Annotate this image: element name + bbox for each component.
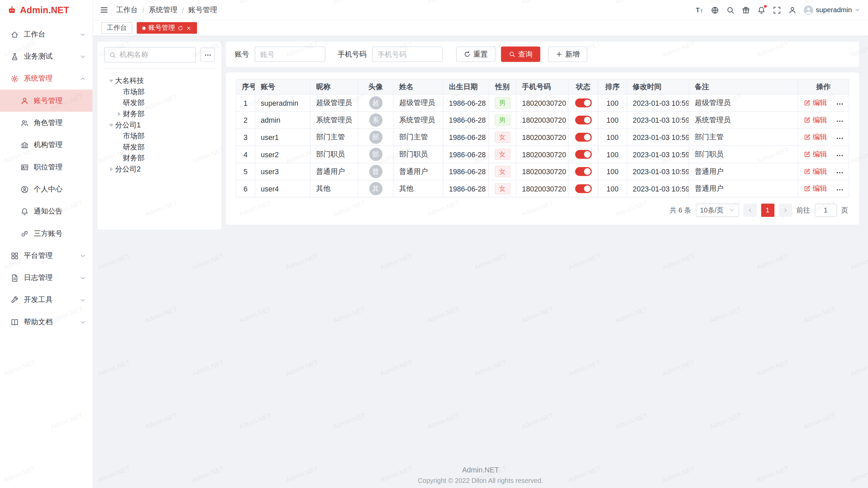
menu-toggle-icon[interactable]: [100, 5, 108, 14]
cell-sort: 100: [598, 111, 627, 129]
page-size-select[interactable]: 10条/页: [695, 204, 738, 217]
tree-node[interactable]: 大名科技: [104, 75, 215, 86]
user-menu[interactable]: superadmin: [804, 5, 860, 15]
tree-node[interactable]: 研发部: [104, 97, 215, 108]
sidebar-item-account[interactable]: 账号管理: [0, 89, 93, 111]
tree-node[interactable]: 财务部: [104, 153, 215, 164]
cell-modified-time: 2023-01-03 10:59:44: [627, 146, 689, 163]
edit-button[interactable]: 编辑: [804, 132, 827, 142]
sidebar: Admin.NET 工作台 业务测试 系统管理 账号管理 角色管理 机构管理 职…: [0, 0, 93, 488]
tree-node[interactable]: 研发部: [104, 142, 215, 153]
caret-icon[interactable]: [115, 155, 123, 162]
refresh-icon[interactable]: [178, 25, 183, 30]
sidebar-item-docs[interactable]: 帮助文档: [0, 311, 93, 333]
sidebar-item-role[interactable]: 角色管理: [0, 112, 93, 134]
current-page-button[interactable]: 1: [761, 204, 774, 217]
status-toggle[interactable]: [575, 167, 592, 176]
sidebar-item-business-test[interactable]: 业务测试: [0, 45, 93, 67]
fullscreen-icon[interactable]: [773, 6, 781, 14]
notification-icon[interactable]: [757, 6, 765, 14]
sidebar-item-workbench[interactable]: 工作台: [0, 23, 93, 45]
sidebar-item-profile[interactable]: 个人中心: [0, 178, 93, 200]
account-input[interactable]: [255, 46, 326, 62]
next-page-button[interactable]: [778, 204, 792, 217]
sidebar-item-notice[interactable]: 通知公告: [0, 200, 93, 222]
row-more-button[interactable]: [836, 118, 844, 125]
caret-icon[interactable]: [115, 99, 123, 107]
row-more-button[interactable]: [836, 152, 844, 160]
tree-node[interactable]: 分公司1: [104, 120, 215, 131]
profile-icon[interactable]: [788, 6, 796, 14]
edit-icon: [804, 168, 811, 175]
sidebar-item-position[interactable]: 职位管理: [0, 156, 93, 178]
status-toggle[interactable]: [575, 184, 592, 193]
tree-node[interactable]: 市场部: [104, 130, 215, 142]
language-icon[interactable]: [711, 6, 719, 14]
page-footer: Admin.NET Copyright © 2022 Dilon All rig…: [93, 466, 868, 485]
breadcrumb-item[interactable]: 工作台: [116, 5, 138, 15]
caret-icon[interactable]: [115, 143, 123, 151]
edit-button[interactable]: 编辑: [804, 98, 827, 108]
cell-actions: 编辑: [798, 129, 849, 146]
search-icon[interactable]: [726, 6, 734, 14]
col-header-remark: 备注: [689, 79, 798, 94]
sidebar-item-system[interactable]: 系统管理: [0, 67, 93, 89]
goto-page-input[interactable]: [814, 204, 836, 217]
caret-icon[interactable]: [107, 121, 115, 129]
edit-button[interactable]: 编辑: [804, 149, 827, 159]
bell-icon: [20, 207, 28, 215]
font-size-icon[interactable]: TT: [695, 6, 703, 14]
row-more-button[interactable]: [836, 186, 844, 194]
sidebar-item-devtools[interactable]: 开发工具: [0, 289, 93, 311]
sidebar-item-log[interactable]: 日志管理: [0, 267, 93, 289]
col-header-nickname: 昵称: [310, 79, 358, 94]
row-more-button[interactable]: [836, 169, 844, 177]
edit-icon: [804, 117, 811, 123]
status-toggle[interactable]: [575, 116, 592, 125]
cell-remark: 部门职员: [689, 146, 798, 163]
status-toggle[interactable]: [575, 99, 592, 107]
caret-icon[interactable]: [107, 165, 115, 173]
pagination: 共 6 条 10条/页 1 前往 页: [236, 198, 849, 221]
tab-account[interactable]: 账号管理: [137, 22, 197, 34]
chevron-down-icon: [80, 275, 86, 281]
gender-badge: 女: [495, 149, 510, 160]
close-icon[interactable]: [186, 25, 192, 30]
edit-button[interactable]: 编辑: [804, 166, 827, 176]
reset-button[interactable]: 重置: [456, 46, 495, 62]
logo[interactable]: Admin.NET: [0, 0, 93, 20]
prev-page-button[interactable]: [743, 204, 756, 217]
caret-icon[interactable]: [115, 110, 123, 118]
org-search-input[interactable]: 机构名称: [104, 47, 196, 63]
caret-icon[interactable]: [115, 132, 123, 140]
caret-icon[interactable]: [107, 77, 115, 85]
sidebar-item-third-account[interactable]: 三方账号: [0, 222, 93, 244]
theme-icon[interactable]: [742, 6, 750, 14]
tab-workbench[interactable]: 工作台: [101, 22, 132, 34]
tree-node[interactable]: 财务部: [104, 108, 215, 120]
position-icon: [20, 163, 28, 171]
caret-icon[interactable]: [115, 88, 123, 96]
cell-index: 6: [236, 180, 255, 197]
sidebar-item-label: 系统管理: [24, 74, 80, 83]
status-toggle[interactable]: [575, 133, 592, 142]
sidebar-item-org[interactable]: 机构管理: [0, 134, 93, 156]
tree-node[interactable]: 分公司2: [104, 164, 215, 175]
col-header-modified-time: 修改时间: [627, 79, 689, 94]
tree-node[interactable]: 市场部: [104, 86, 215, 98]
phone-input[interactable]: [372, 46, 443, 62]
row-more-button[interactable]: [836, 135, 844, 142]
cell-sort: 100: [598, 146, 627, 163]
add-button[interactable]: 新增: [548, 46, 587, 62]
search-button[interactable]: 查询: [501, 46, 540, 62]
breadcrumb-item[interactable]: 系统管理: [149, 5, 178, 15]
edit-button[interactable]: 编辑: [804, 115, 827, 125]
status-toggle[interactable]: [575, 150, 592, 159]
cell-account: admin: [255, 111, 310, 129]
sidebar-item-platform[interactable]: 平台管理: [0, 245, 93, 267]
goto-label: 前往: [796, 206, 810, 215]
org-more-button[interactable]: [200, 47, 215, 62]
cell-avatar: 超: [358, 94, 393, 111]
edit-button[interactable]: 编辑: [804, 184, 827, 194]
row-more-button[interactable]: [836, 100, 844, 108]
